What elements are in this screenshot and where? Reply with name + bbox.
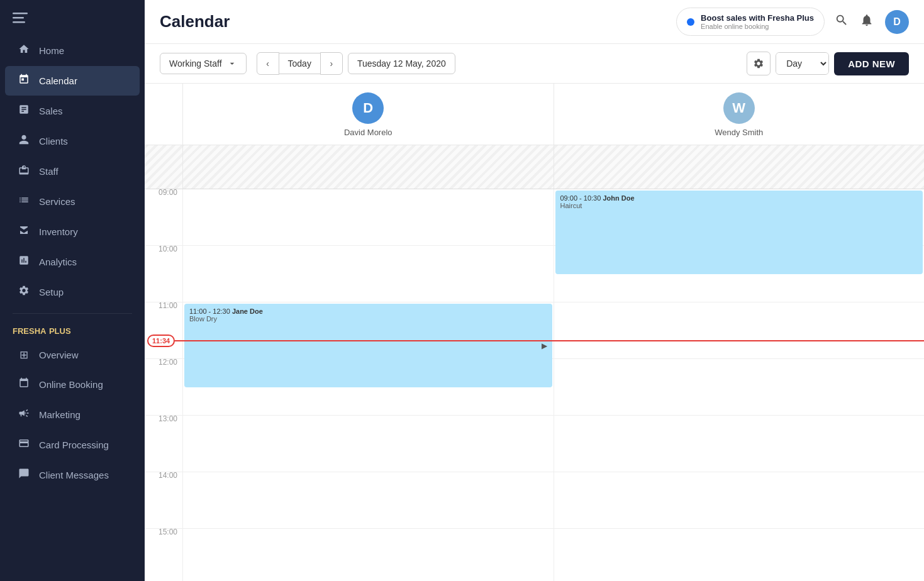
sidebar-item-overview[interactable]: ⊞ Overview (5, 341, 140, 369)
time-label-10: 10:00 (145, 241, 182, 297)
boost-title: Boost sales with Fresha Plus (701, 13, 814, 23)
header-icons: D (835, 10, 909, 34)
sidebar-item-inventory-label: Inventory (39, 226, 78, 237)
sidebar-item-online-booking-label: Online Booking (39, 379, 103, 390)
next-button[interactable]: › (320, 52, 343, 75)
sidebar-item-services[interactable]: Services (5, 187, 140, 216)
page-title: Calendar (160, 12, 666, 31)
col-wendy-13[interactable] (554, 416, 925, 472)
calendar-toolbar: Working Staff ‹ Today › Tuesday 12 May, … (145, 44, 924, 84)
staff-name-wendy: Wendy Smith (715, 128, 763, 137)
col-david-10[interactable] (182, 246, 554, 302)
col-wendy-14[interactable] (554, 472, 925, 528)
appt-arrow-jane: ▶ (542, 341, 547, 350)
col-david-14[interactable] (182, 472, 554, 528)
today-button[interactable]: Today (279, 53, 320, 74)
add-new-button[interactable]: ADD NEW (834, 52, 909, 75)
main-content: Calendar Boost sales with Fresha Plus En… (145, 0, 924, 581)
sidebar-item-staff[interactable]: Staff (5, 157, 140, 186)
view-select-wrap[interactable]: Day Week Month (776, 52, 829, 75)
col-david-11[interactable]: 11:00 - 12:30 Jane Doe Blow Dry ▶ (182, 302, 554, 358)
settings-button[interactable] (747, 52, 771, 75)
sidebar-item-calendar[interactable]: Calendar (5, 66, 140, 96)
col-wendy-11[interactable] (554, 302, 925, 358)
sidebar-item-overview-label: Overview (39, 350, 79, 360)
sidebar-item-card-processing-label: Card Processing (39, 440, 109, 450)
past-col-wendy (554, 145, 925, 189)
sidebar-item-client-messages-label: Client Messages (39, 470, 109, 480)
staff-col-david: D David Morelo (182, 84, 554, 145)
staff-icon (18, 164, 30, 179)
col-david-13[interactable] (182, 416, 554, 472)
avatar[interactable]: D (885, 10, 909, 34)
calendar-icon (18, 74, 30, 88)
view-select[interactable]: Day Week Month (776, 53, 828, 74)
sidebar-logo (0, 0, 145, 35)
time-label-13: 13:00 (145, 411, 182, 467)
working-staff-button[interactable]: Working Staff (160, 53, 247, 74)
time-row-13: 13:00 (145, 416, 924, 472)
time-row-15: 15:00 (145, 529, 924, 581)
services-icon (18, 194, 30, 209)
sidebar-item-sales[interactable]: Sales (5, 96, 140, 126)
sidebar-item-sales-label: Sales (39, 106, 63, 116)
col-wendy-09[interactable]: 09:00 - 10:30 John Doe Haircut (554, 189, 925, 245)
sidebar-item-inventory[interactable]: Inventory (5, 217, 140, 246)
card-processing-icon (18, 438, 30, 452)
sales-icon (18, 104, 30, 118)
col-david-15[interactable] (182, 529, 554, 581)
calendar-body[interactable]: D David Morelo W Wendy Smith 09:00 09:00… (145, 84, 924, 581)
client-messages-icon (18, 468, 30, 482)
boost-banner[interactable]: Boost sales with Fresha Plus Enable onli… (676, 8, 825, 36)
col-wendy-12[interactable] (554, 359, 925, 415)
search-icon[interactable] (835, 13, 849, 30)
time-label-14: 14:00 (145, 467, 182, 523)
analytics-icon (18, 255, 30, 269)
home-icon (18, 43, 30, 58)
appt-service-john: Haircut (560, 202, 918, 209)
sidebar-item-marketing[interactable]: Marketing (5, 400, 140, 429)
staff-col-wendy: W Wendy Smith (554, 84, 925, 145)
plus-label: PLUS (49, 326, 71, 336)
staff-name-david: David Morelo (344, 128, 392, 137)
staff-header: D David Morelo W Wendy Smith (145, 84, 924, 145)
overview-icon: ⊞ (18, 348, 30, 362)
chevron-down-icon (227, 58, 237, 69)
time-label-09: 09:00 (145, 184, 182, 240)
working-staff-label: Working Staff (169, 58, 222, 69)
sidebar-item-card-processing[interactable]: Card Processing (5, 430, 140, 460)
sidebar-item-online-booking[interactable]: Online Booking (5, 370, 140, 399)
marketing-icon (18, 407, 30, 422)
sidebar-item-home-label: Home (39, 45, 64, 56)
col-david-09[interactable] (182, 189, 554, 245)
sidebar-item-setup[interactable]: Setup (5, 277, 140, 307)
sidebar-item-staff-label: Staff (39, 166, 58, 177)
svg-rect-1 (13, 17, 24, 19)
sidebar-divider (13, 313, 132, 314)
settings-icon (753, 58, 764, 69)
time-label-11: 11:00 (145, 297, 182, 353)
sidebar-nav: Home Calendar Sales Clients Staff (0, 35, 145, 581)
col-david-12[interactable] (182, 359, 554, 415)
appt-time-john: 09:00 - 10:30 John Doe (560, 194, 918, 202)
notification-icon[interactable] (860, 13, 874, 30)
prev-button[interactable]: ‹ (257, 52, 279, 75)
sidebar-item-home[interactable]: Home (5, 36, 140, 65)
col-wendy-10[interactable] (554, 246, 925, 302)
sidebar-item-client-messages[interactable]: Client Messages (5, 460, 140, 490)
col-wendy-15[interactable] (554, 529, 925, 581)
online-booking-icon (18, 377, 30, 392)
past-col-david (182, 145, 554, 189)
sidebar-item-analytics[interactable]: Analytics (5, 247, 140, 277)
clients-icon (18, 134, 30, 148)
fresha-label: FRESHA (13, 326, 46, 336)
past-gutter (145, 145, 182, 189)
sidebar-item-setup-label: Setup (39, 287, 64, 297)
menu-icon (13, 10, 28, 25)
staff-avatar-david: D (352, 92, 384, 124)
svg-rect-0 (13, 13, 28, 14)
sidebar-item-clients[interactable]: Clients (5, 126, 140, 156)
past-area (145, 145, 924, 189)
date-display: Tuesday 12 May, 2020 (348, 53, 455, 74)
sidebar-item-services-label: Services (39, 196, 75, 207)
